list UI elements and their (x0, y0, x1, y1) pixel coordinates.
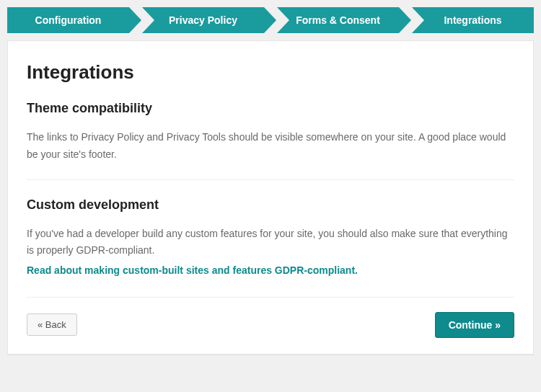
step-forms-consent[interactable]: Forms & Consent (277, 7, 399, 33)
gdpr-custom-link[interactable]: Read about making custom-built sites and… (27, 262, 358, 280)
section-custom-title: Custom development (27, 197, 514, 213)
section-custom-body: If you've had a developer build any cust… (27, 226, 514, 260)
step-integrations[interactable]: Integrations (412, 7, 534, 33)
continue-button[interactable]: Continue » (435, 312, 514, 338)
step-label: Forms & Consent (296, 14, 380, 26)
content-panel: Integrations Theme compatibility The lin… (7, 40, 534, 355)
page-title: Integrations (27, 61, 514, 84)
divider (27, 179, 514, 180)
section-theme-title: Theme compatibility (27, 101, 514, 116)
back-button[interactable]: « Back (27, 313, 77, 336)
wizard-steps: Configuration Privacy Policy Forms & Con… (7, 7, 534, 33)
footer-row: « Back Continue » (27, 297, 514, 338)
step-label: Integrations (444, 14, 501, 26)
step-privacy-policy[interactable]: Privacy Policy (142, 7, 264, 33)
step-configuration[interactable]: Configuration (7, 7, 129, 33)
section-theme-body: The links to Privacy Policy and Privacy … (27, 129, 514, 164)
step-label: Privacy Policy (169, 14, 237, 26)
step-label: Configuration (35, 14, 102, 26)
